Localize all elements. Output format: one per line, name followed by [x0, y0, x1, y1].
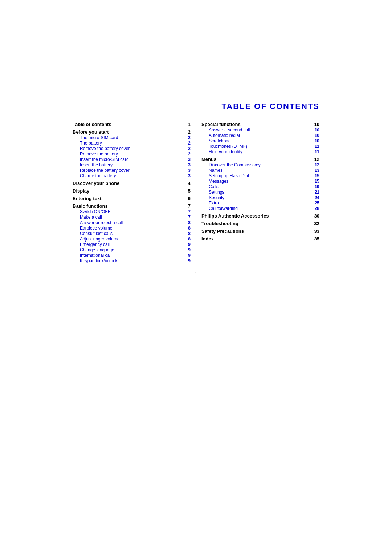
toc-sub-7[interactable]: Discover the Compass key12 [201, 162, 319, 167]
toc-label-9: Charge the battery [80, 173, 116, 178]
toc-section-0[interactable]: Special functions10 [201, 122, 319, 127]
toc-sub-3[interactable]: The battery2 [73, 141, 191, 146]
toc-sub-14[interactable]: Switch ON/OFF7 [73, 209, 191, 214]
toc-sub-23[interactable]: Keypad lock/unlock9 [73, 258, 191, 263]
toc-label-18: Safety Precautions [201, 228, 244, 234]
toc-label-7: Discover the Compass key [209, 162, 261, 167]
toc-sub-9[interactable]: Setting up Flash Dial15 [201, 173, 319, 178]
toc-label-11: Display [73, 188, 89, 194]
toc-sub-18[interactable]: Consult last calls8 [73, 231, 191, 236]
toc-section-18[interactable]: Safety Precautions33 [201, 228, 319, 234]
toc-label-2: Automatic redial [209, 133, 240, 138]
toc-label-6: Menus [201, 157, 216, 162]
toc-pagenum-20: 9 [183, 242, 191, 247]
toc-pagenum-19: 35 [312, 236, 319, 242]
toc-label-8: Replace the battery cover [80, 168, 130, 173]
toc-sub-9[interactable]: Charge the battery3 [73, 173, 191, 178]
toc-sub-3[interactable]: Scratchpad10 [201, 138, 319, 143]
toc-sub-7[interactable]: Insert the battery3 [73, 162, 191, 167]
toc-sub-6[interactable]: Insert the micro-SIM card3 [73, 157, 191, 162]
toc-pagenum-10: 4 [183, 181, 191, 186]
toc-sub-4[interactable]: Remove the battery cover2 [73, 146, 191, 151]
toc-label-15: Make a call [80, 215, 102, 220]
toc-label-12: Entering text [73, 196, 101, 201]
toc-pagenum-8: 3 [183, 168, 191, 173]
toc-sub-2[interactable]: Automatic redial10 [201, 133, 319, 138]
toc-pagenum-4: 11 [312, 144, 319, 149]
toc-pagenum-19: 8 [183, 236, 191, 242]
toc-pagenum-14: 7 [183, 209, 191, 214]
toc-sub-1[interactable]: Answer a second call10 [201, 127, 319, 133]
toc-pagenum-0: 1 [183, 122, 191, 127]
toc-section-1[interactable]: Before you start2 [73, 129, 191, 135]
toc-sub-10[interactable]: Messages15 [201, 179, 319, 184]
toc-label-2: The micro-SIM card [80, 135, 118, 140]
toc-label-9: Setting up Flash Dial [209, 173, 249, 178]
toc-pagenum-17: 8 [183, 226, 191, 231]
toc-container: Table of contents1Before you start2The m… [73, 119, 319, 263]
toc-sub-14[interactable]: Extra25 [201, 200, 319, 206]
toc-label-22: International call [80, 253, 111, 258]
toc-label-3: Scratchpad [209, 138, 231, 143]
toc-label-13: Security [209, 195, 224, 200]
toc-sub-4[interactable]: Touchtones (DTMF)11 [201, 144, 319, 149]
divider-line [73, 117, 319, 117]
toc-label-14: Switch ON/OFF [80, 209, 110, 214]
toc-pagenum-15: 28 [312, 206, 319, 211]
toc-pagenum-10: 15 [312, 179, 319, 184]
toc-sub-11[interactable]: Calls19 [201, 184, 319, 189]
toc-label-6: Insert the micro-SIM card [80, 157, 129, 162]
toc-label-14: Extra [209, 200, 219, 206]
toc-section-17[interactable]: Troubleshooting32 [201, 221, 319, 226]
toc-section-10[interactable]: Discover your phone4 [73, 181, 191, 186]
toc-section-11[interactable]: Display5 [73, 188, 191, 194]
toc-label-7: Insert the battery [80, 162, 113, 167]
toc-pagenum-1: 10 [312, 127, 319, 133]
toc-section-6[interactable]: Menus12 [201, 157, 319, 162]
toc-sub-5[interactable]: Hide your identity11 [201, 149, 319, 154]
toc-label-5: Hide your identity [209, 149, 242, 154]
toc-sub-16[interactable]: Answer or reject a call8 [73, 220, 191, 225]
toc-label-12: Settings [209, 190, 224, 195]
toc-label-21: Change language [80, 247, 114, 252]
toc-label-5: Remove the battery [80, 151, 118, 157]
toc-label-3: The battery [80, 141, 102, 146]
toc-pagenum-12: 6 [183, 196, 191, 201]
toc-sub-13[interactable]: Security24 [201, 195, 319, 200]
toc-section-12[interactable]: Entering text6 [73, 196, 191, 201]
toc-label-1: Before you start [73, 129, 109, 135]
toc-right-column: Special functions10Answer a second call1… [201, 119, 319, 263]
toc-pagenum-9: 15 [312, 173, 319, 178]
toc-sub-2[interactable]: The micro-SIM card2 [73, 135, 191, 140]
toc-sub-17[interactable]: Earpiece volume8 [73, 226, 191, 231]
toc-sub-20[interactable]: Emergency call9 [73, 242, 191, 247]
toc-label-19: Index [201, 236, 214, 242]
toc-section-0[interactable]: Table of contents1 [73, 122, 191, 127]
toc-pagenum-9: 3 [183, 173, 191, 178]
toc-pagenum-22: 9 [183, 253, 191, 258]
toc-sub-5[interactable]: Remove the battery2 [73, 151, 191, 157]
toc-pagenum-18: 8 [183, 231, 191, 236]
toc-label-1: Answer a second call [209, 127, 250, 133]
toc-section-13[interactable]: Basic functions7 [73, 203, 191, 209]
toc-sub-22[interactable]: International call9 [73, 253, 191, 258]
toc-sub-19[interactable]: Adjust ringer volume8 [73, 236, 191, 242]
toc-section-19[interactable]: Index35 [201, 236, 319, 242]
toc-pagenum-5: 11 [312, 149, 319, 154]
toc-label-17: Earpiece volume [80, 226, 112, 231]
toc-left-column: Table of contents1Before you start2The m… [73, 119, 191, 263]
toc-section-16[interactable]: Philips Authentic Accessories30 [201, 213, 319, 219]
toc-sub-15[interactable]: Make a call7 [73, 215, 191, 220]
toc-pagenum-21: 9 [183, 247, 191, 252]
toc-label-10: Discover your phone [73, 181, 119, 186]
toc-sub-8[interactable]: Names13 [201, 168, 319, 173]
toc-sub-12[interactable]: Settings21 [201, 190, 319, 195]
toc-label-23: Keypad lock/unlock [80, 258, 117, 263]
toc-sub-8[interactable]: Replace the battery cover3 [73, 168, 191, 173]
toc-pagenum-6: 12 [312, 157, 319, 162]
toc-label-15: Call forwarding [209, 206, 238, 211]
toc-pagenum-11: 19 [312, 184, 319, 189]
toc-sub-15[interactable]: Call forwarding28 [201, 206, 319, 211]
toc-pagenum-7: 12 [312, 162, 319, 167]
toc-sub-21[interactable]: Change language9 [73, 247, 191, 252]
